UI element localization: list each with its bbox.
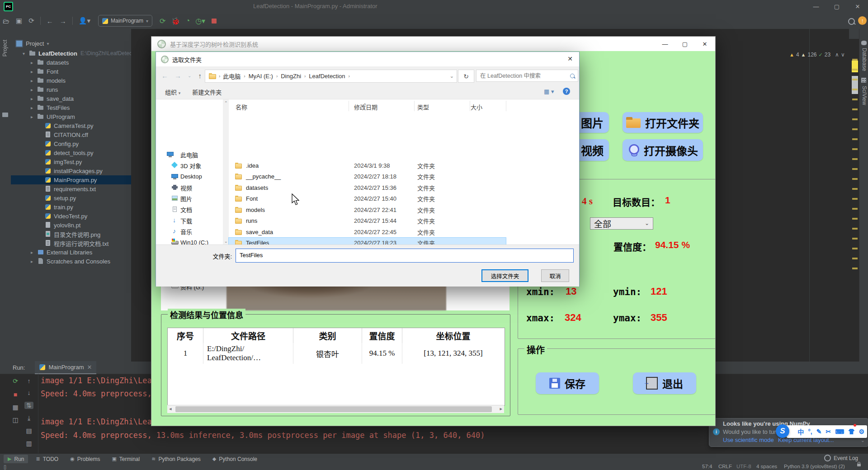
prev-issue-icon[interactable]: ∧ — [835, 52, 839, 58]
cancel-button[interactable]: 取消 — [541, 269, 569, 282]
stop-icon[interactable]: ■ — [11, 391, 20, 398]
folder-name-input[interactable] — [239, 251, 557, 259]
help-icon[interactable]: ? — [563, 88, 570, 95]
soft-wrap-icon[interactable]: ⇅ — [24, 402, 33, 409]
refresh-button[interactable]: ↻ — [458, 70, 474, 83]
menu-item[interactable] — [98, 5, 106, 8]
stop-icon[interactable] — [212, 19, 217, 24]
nav-up-icon[interactable]: ↑ — [198, 72, 202, 80]
lock-icon[interactable] — [857, 464, 861, 466]
close-tab-icon[interactable]: ✕ — [87, 364, 92, 371]
tree-item[interactable]: MainProgram.py — [11, 175, 131, 184]
ime-pen-icon[interactable]: ✎ — [816, 428, 822, 435]
tree-item[interactable]: models — [11, 76, 131, 85]
menu-item[interactable] — [53, 5, 61, 8]
sidebar-item[interactable]: 文档 — [156, 204, 223, 215]
sidebar-item[interactable]: 3D 对象 — [156, 160, 223, 171]
tree-item[interactable]: save_data — [11, 94, 131, 103]
open-icon[interactable]: 🗁 — [3, 17, 9, 25]
ime-skin-icon[interactable] — [848, 429, 854, 434]
sogou-logo-icon[interactable]: S — [776, 424, 789, 438]
ime-punctuation-icon[interactable]: °, — [808, 428, 812, 435]
tree-item[interactable]: requirements.txt — [11, 184, 131, 193]
toolwindow-tab[interactable]: ◉ Problems — [66, 455, 104, 463]
next-issue-icon[interactable]: ∨ — [841, 52, 845, 58]
file-row[interactable]: .idea 2024/3/1 9:38 文件夹 — [229, 160, 506, 171]
menu-item[interactable] — [107, 5, 115, 8]
line-ending[interactable]: CRLF — [718, 464, 732, 469]
select-folder-button[interactable]: 选择文件夹 — [481, 269, 528, 282]
project-panel-header[interactable]: Project ▾ — [15, 40, 49, 47]
scroll-up-icon[interactable]: ⌃ — [224, 101, 228, 105]
open-folder-button[interactable]: 打开文件夹 — [623, 112, 703, 133]
menu-item[interactable] — [89, 5, 97, 8]
toolwindow-tab[interactable]: ▶ Run — [4, 455, 28, 463]
pin-icon[interactable]: ◫ — [11, 416, 20, 423]
ime-settings-icon[interactable]: ⚙ — [859, 428, 864, 435]
run-icon[interactable]: ⟳ — [160, 17, 165, 25]
sidebar-item[interactable]: 下载 — [156, 215, 223, 226]
sidebar-item[interactable]: 视频 — [156, 182, 223, 193]
column-name[interactable]: 名称 — [236, 103, 247, 111]
ime-keyboard-icon[interactable]: ⌨ — [835, 428, 844, 435]
restore-layout-icon[interactable]: ▦ — [11, 404, 20, 411]
caret-position[interactable]: 57:4 — [702, 464, 712, 469]
tree-item[interactable]: Scratches and Consoles — [11, 257, 131, 266]
tree-item[interactable]: External Libraries — [11, 248, 131, 257]
file-row[interactable]: __pycache__ 2024/2/27 18:18 文件夹 — [229, 171, 506, 183]
tree-item[interactable]: CameraTest.py — [11, 121, 131, 130]
tree-item[interactable]: installPackages.py — [11, 166, 131, 175]
run-tab[interactable]: MainProgram ✕ — [35, 361, 96, 374]
tree-item[interactable]: detect_tools.py — [11, 148, 131, 157]
tree-item[interactable]: datasets — [11, 58, 131, 67]
menu-item[interactable] — [35, 5, 43, 8]
address-crumb[interactable]: 此电脑› — [221, 72, 246, 80]
sciview-strip-tab[interactable]: SciView — [861, 86, 868, 105]
view-toggle-icon[interactable]: ▦ ▾ — [544, 88, 557, 95]
new-folder-button[interactable]: 新建文件夹 — [192, 88, 222, 96]
sync-icon[interactable]: ⟳ — [28, 17, 34, 25]
file-encoding[interactable]: UTF-8 — [736, 464, 751, 469]
ime-mode-icon[interactable]: 中 — [797, 427, 804, 436]
menu-item[interactable] — [80, 5, 88, 8]
toolwindow-toggle-icon[interactable]: ▯ — [4, 464, 6, 470]
toolwindow-tab[interactable]: ≣ TODO — [32, 455, 62, 463]
sidebar-scrollbar[interactable]: ⌃ ⌄ — [223, 99, 229, 245]
python-interpreter[interactable]: Python 3.9 (yolov8test) (2) — [784, 464, 845, 469]
tree-item[interactable]: LeafDetection E:\DingZhi\LeafDetection — [11, 49, 131, 58]
tree-item[interactable]: 程序运行说明文档.txt — [11, 239, 131, 248]
address-dropdown-icon[interactable]: ⌄ — [450, 73, 454, 79]
expand-notification-icon[interactable]: ⌄ — [861, 437, 865, 443]
table-horizontal-scrollbar[interactable]: ◂ ▸ — [167, 405, 504, 413]
dialog-close-button[interactable]: ✕ — [561, 52, 579, 66]
tree-item[interactable]: runs — [11, 85, 131, 94]
detection-table[interactable]: 序号 文件路径 类别 置信度 坐标位置 1 E:/DingZhi/LeafDet… — [167, 328, 505, 406]
menu-item[interactable] — [17, 5, 25, 8]
address-bar[interactable]: › 此电脑› MyAI (E:)› DingZhi› LeafDetection… — [205, 70, 457, 83]
tree-item[interactable]: Config.py — [11, 139, 131, 148]
file-row[interactable]: save_data 2024/2/27 22:45 文件夹 — [229, 226, 506, 238]
print-icon[interactable]: ▤ — [24, 427, 33, 434]
user-icon[interactable]: 👤▾ — [79, 17, 90, 25]
search-box[interactable] — [476, 70, 578, 82]
run-configuration-select[interactable]: MainProgram▾ — [98, 15, 152, 27]
forward-icon[interactable]: → — [60, 17, 66, 25]
tree-item[interactable]: Font — [11, 67, 131, 76]
tree-item[interactable]: VideoTest.py — [11, 212, 131, 221]
tree-item[interactable]: imgTest.py — [11, 157, 131, 166]
folder-name-field[interactable] — [236, 249, 574, 263]
sidebar-item[interactable]: 此电脑 — [156, 149, 223, 160]
up-stack-icon[interactable]: ↑ — [24, 377, 33, 385]
address-crumb[interactable]: LeafDetection› — [307, 73, 351, 80]
column-date[interactable]: 修改日期 — [354, 103, 377, 111]
minimize-button[interactable]: — — [806, 0, 826, 13]
tree-item[interactable]: TestFiles — [11, 103, 131, 112]
exit-button[interactable]: 退出 — [633, 372, 696, 394]
folder-strip-icon[interactable] — [2, 113, 8, 117]
file-row[interactable]: Font 2024/2/27 15:40 文件夹 — [229, 193, 506, 205]
tree-item[interactable]: UIProgram — [11, 112, 131, 121]
inspections-widget[interactable]: ▲ 4 ▲ 126 ✓ 23 ∧ ∨ — [789, 51, 845, 59]
tree-item[interactable]: 目录文件说明.png — [11, 230, 131, 239]
column-size[interactable]: 大小 — [471, 103, 482, 111]
menu-item[interactable] — [62, 5, 70, 8]
